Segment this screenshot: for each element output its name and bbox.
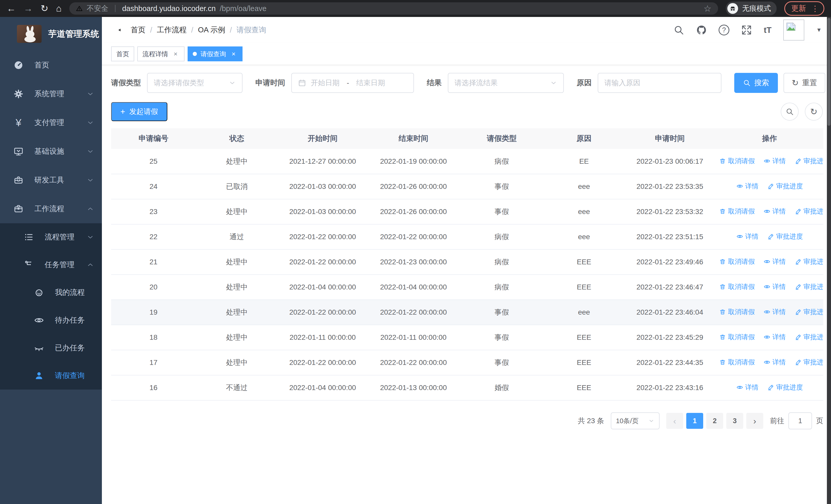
cell-status: 处理中 [196,300,278,325]
detail-link[interactable]: 详情 [736,232,758,241]
cell-reason: EE [544,149,624,174]
sidebar-item-workflow[interactable]: 工作流程 [0,195,102,223]
bookmark-star-icon[interactable]: ☆ [704,3,711,13]
screen: ← → ↻ ⌂ 不安全 dashboard.yudao.iocoder.cn/b… [0,0,831,504]
detail-link[interactable]: 详情 [764,307,786,317]
refresh-table-button[interactable]: ↻ [805,102,823,121]
cell-apply-time: 2022-01-23 00:06:17 [624,149,716,174]
avatar-caret-icon[interactable]: ▼ [816,27,822,33]
next-page-button[interactable]: › [746,413,763,429]
scrollbar-thumb[interactable] [827,18,830,126]
breadcrumb-workflow[interactable]: 工作流程 [157,25,187,35]
cancel-leave-link[interactable]: 取消请假 [719,307,755,317]
page-size-select[interactable]: 10条/页 [611,412,660,429]
detail-link[interactable]: 详情 [764,257,786,266]
cancel-leave-link[interactable]: 取消请假 [719,358,755,367]
approval-progress-link[interactable]: 审批进度 [795,358,824,367]
browser-home-icon[interactable]: ⌂ [56,4,62,13]
browser-forward-icon[interactable]: → [24,4,33,13]
cancel-leave-link[interactable]: 取消请假 [719,282,755,291]
chevron-up-icon [86,205,94,213]
detail-link[interactable]: 详情 [736,383,758,392]
show-search-toggle-button[interactable] [781,102,799,121]
approval-progress-link[interactable]: 审批进度 [767,232,803,241]
close-icon[interactable]: × [172,50,179,58]
detail-link[interactable]: 详情 [736,182,758,191]
detail-link[interactable]: 详情 [764,156,786,166]
leave-type-select[interactable]: 请选择请假类型 [147,73,242,93]
apply-time-range-picker[interactable]: 开始日期 - 结束日期 [291,73,414,93]
cell-apply-id: 17 [111,350,196,375]
sidebar-item-home[interactable]: 首页 [0,51,102,80]
page-button-3[interactable]: 3 [726,413,743,429]
sidebar-item-done-tasks[interactable]: 已办任务 [0,334,102,362]
approval-progress-link[interactable]: 审批进度 [795,207,824,216]
approval-progress-link[interactable]: 审批进度 [767,182,803,191]
tab-leave-query[interactable]: 请假查询× [188,47,242,61]
close-icon[interactable]: × [230,50,237,58]
detail-link[interactable]: 详情 [764,282,786,291]
sidebar-item-infra[interactable]: 基础设施 [0,137,102,166]
approval-progress-link[interactable]: 审批进度 [767,383,803,392]
detail-link[interactable]: 详情 [764,333,786,342]
cell-status: 处理中 [196,249,278,274]
search-icon[interactable] [674,25,684,35]
breadcrumb-oa-example[interactable]: OA 示例 [198,25,225,35]
detail-link[interactable]: 详情 [764,358,786,367]
address-bar[interactable]: 不安全 dashboard.yudao.iocoder.cn/bpm/oa/le… [69,2,718,14]
search-button[interactable]: 搜索 [734,73,778,93]
github-icon[interactable] [696,25,707,35]
leave-type-label: 请假类型 [111,78,141,88]
create-leave-button[interactable]: + 发起请假 [111,102,167,121]
sidebar-item-my-process[interactable]: 我的流程 [0,279,102,306]
result-select[interactable]: 请选择流结果 [448,73,564,93]
cell-status: 已取消 [196,174,278,199]
approval-progress-link[interactable]: 审批进度 [795,156,824,166]
cancel-leave-link[interactable]: 取消请假 [719,207,755,216]
help-icon[interactable]: ? [719,25,729,35]
cell-end-time: 2022-01-22 00:00:00 [368,300,459,325]
goto-page-input[interactable]: 1 [789,412,812,429]
end-date-placeholder: 结束日期 [356,78,385,88]
sidebar-item-leave-query[interactable]: 请假查询 [0,362,102,390]
approval-progress-link[interactable]: 审批进度 [795,257,824,266]
cell-end-time: 2022-01-11 00:00:00 [368,325,459,350]
sidebar-item-system[interactable]: 系统管理 [0,80,102,108]
sidebar-item-payment[interactable]: ¥ 支付管理 [0,108,102,137]
col-apply-time: 申请时间 [624,128,716,149]
approval-progress-link[interactable]: 审批进度 [795,282,824,291]
cancel-leave-link[interactable]: 取消请假 [719,333,755,342]
approval-progress-link[interactable]: 审批进度 [795,333,824,342]
page-button-1[interactable]: 1 [686,413,703,429]
sidebar-item-devtools[interactable]: 研发工具 [0,166,102,195]
prev-page-button[interactable]: ‹ [666,413,683,429]
cancel-leave-link[interactable]: 取消请假 [719,156,755,166]
browser-reload-icon[interactable]: ↻ [40,4,48,13]
sidebar-item-process-mgmt[interactable]: 流程管理 [0,223,102,251]
breadcrumb-home[interactable]: 首页 [131,25,145,35]
sidebar-item-label: 流程管理 [45,232,75,242]
browser-menu-dots-icon[interactable]: ⋮ [811,4,819,13]
tab-home[interactable]: 首页 [111,47,134,61]
browser-update-button[interactable]: 更新 ⋮ [784,1,824,16]
font-size-icon[interactable]: tT [764,25,771,35]
app-title: 芋道管理系统 [48,28,99,40]
sidebar: 芋道管理系统 首页 系统管理 ¥ 支付管理 基础设施 [0,17,102,504]
not-secure-warning-icon [76,5,83,12]
cell-leave-type: 事假 [459,199,544,224]
reason-input[interactable]: 请输入原因 [598,73,721,93]
avatar[interactable] [783,20,804,40]
approval-progress-link[interactable]: 审批进度 [795,307,824,317]
reset-button[interactable]: ↻ 重置 [783,73,825,93]
sidebar-item-todo-tasks[interactable]: 待办任务 [0,306,102,334]
tab-process-detail[interactable]: 流程详情× [137,47,184,61]
page-button-2[interactable]: 2 [706,413,723,429]
cell-apply-time: 2022-01-22 23:51:15 [624,224,716,249]
fullscreen-icon[interactable] [741,25,752,35]
total-count: 共 23 条 [578,416,604,426]
detail-link[interactable]: 详情 [764,207,786,216]
cancel-leave-link[interactable]: 取消请假 [719,257,755,266]
sidebar-item-task-mgmt[interactable]: 任务管理 [0,251,102,279]
browser-back-icon[interactable]: ← [7,4,16,13]
sidebar-collapse-icon[interactable] [111,25,122,35]
